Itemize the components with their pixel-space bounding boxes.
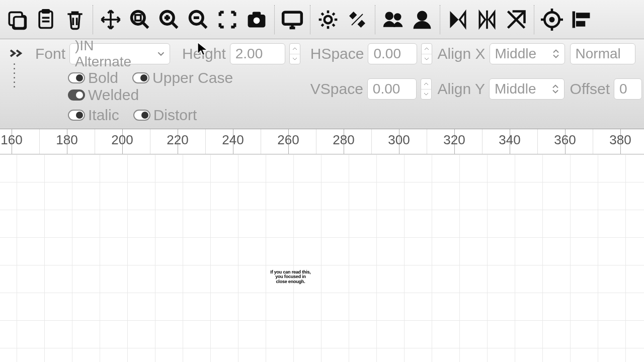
- updown-icon: [552, 84, 559, 94]
- zoom-out-button[interactable]: [184, 5, 213, 35]
- svg-point-13: [394, 14, 401, 20]
- target-button[interactable]: [537, 5, 567, 35]
- updown-icon: [552, 49, 559, 59]
- zoom-frame-button[interactable]: [125, 5, 154, 35]
- vspace-input[interactable]: 0.00: [367, 78, 417, 100]
- svg-rect-4: [135, 15, 141, 20]
- italic-toggle[interactable]: Italic: [68, 107, 119, 124]
- move-button[interactable]: [96, 5, 125, 35]
- svg-rect-18: [577, 21, 585, 26]
- horizontal-ruler: 160180200220240260280300320340360380: [0, 129, 644, 154]
- offset-label: Offset: [570, 80, 610, 98]
- svg-rect-2: [42, 9, 50, 13]
- toolbar-separator: [274, 5, 275, 34]
- slice-button[interactable]: [502, 5, 531, 35]
- mirror-button[interactable]: [472, 5, 502, 35]
- height-stepper[interactable]: [289, 43, 300, 64]
- aligny-selector[interactable]: Middle: [489, 78, 565, 100]
- main-toolbar: [0, 0, 644, 39]
- copy-button[interactable]: [2, 5, 31, 35]
- svg-point-16: [549, 17, 554, 22]
- bold-toggle[interactable]: Bold: [68, 69, 118, 86]
- svg-point-11: [325, 16, 332, 23]
- uppercase-toggle[interactable]: Upper Case: [132, 69, 233, 86]
- toolbar-separator: [310, 5, 310, 34]
- tools-button[interactable]: [343, 5, 372, 35]
- hspace-input[interactable]: 0.00: [368, 43, 417, 64]
- svg-point-12: [385, 12, 393, 20]
- paste-button[interactable]: [31, 5, 60, 35]
- offset-input[interactable]: 0: [614, 78, 642, 100]
- font-selector[interactable]: )IN Alternate: [69, 43, 170, 64]
- svg-rect-0: [14, 17, 25, 28]
- aligny-label: Align Y: [437, 80, 485, 98]
- flip-h-button[interactable]: [443, 5, 472, 35]
- align-button[interactable]: [567, 5, 596, 35]
- chevron-down-icon: [157, 50, 165, 57]
- svg-point-3: [132, 11, 145, 24]
- zoom-in-button[interactable]: [154, 5, 184, 35]
- canvas-grid: [0, 154, 644, 362]
- svg-point-14: [418, 11, 427, 20]
- camera-button[interactable]: [242, 5, 271, 35]
- svg-point-8: [253, 17, 261, 24]
- height-label: Height: [182, 45, 226, 62]
- vspace-stepper[interactable]: [421, 78, 432, 100]
- svg-rect-10: [283, 12, 302, 24]
- toolbar-separator: [440, 5, 440, 34]
- mode-selector[interactable]: Normal: [570, 43, 635, 64]
- hspace-stepper[interactable]: [421, 43, 432, 64]
- svg-rect-9: [253, 12, 261, 16]
- alignx-label: Align X: [437, 45, 485, 62]
- canvas[interactable]: 160180200220240260280300320340360380 If …: [0, 129, 644, 362]
- monitor-button[interactable]: [278, 5, 307, 35]
- user-button[interactable]: [408, 5, 437, 35]
- vspace-label: VSpace: [310, 80, 363, 98]
- hspace-label: HSpace: [310, 45, 364, 62]
- trash-button[interactable]: [60, 5, 90, 35]
- font-label: Font: [35, 45, 65, 62]
- toolbar-separator: [93, 5, 93, 34]
- users-button[interactable]: [378, 5, 408, 35]
- settings-button[interactable]: [313, 5, 343, 35]
- alignx-selector[interactable]: Middle: [490, 43, 565, 64]
- svg-rect-1: [39, 11, 52, 28]
- expand-icon[interactable]: [8, 46, 28, 60]
- frame-selection-button[interactable]: [213, 5, 242, 35]
- toolbar-separator: [375, 5, 375, 34]
- text-property-bar: Font )IN Alternate Height 2.00 Bold Uppe…: [0, 39, 644, 129]
- canvas-text-object[interactable]: If you can read this, you focused in clo…: [267, 270, 314, 284]
- svg-rect-17: [577, 13, 590, 18]
- welded-toggle[interactable]: Welded: [68, 86, 139, 104]
- height-input[interactable]: 2.00: [230, 43, 285, 64]
- toolbar-separator: [534, 5, 534, 34]
- distort-toggle[interactable]: Distort: [133, 107, 197, 124]
